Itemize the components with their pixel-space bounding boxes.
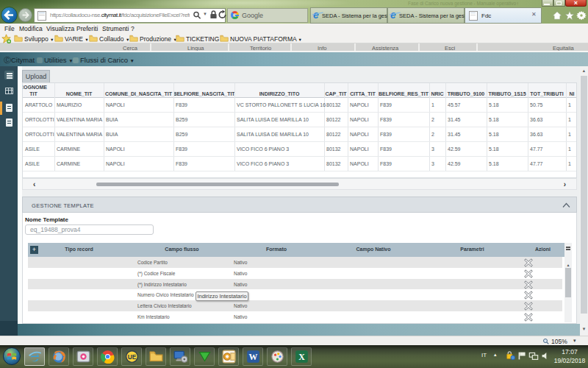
svg-text:W: W bbox=[248, 352, 257, 362]
svg-text:X: X bbox=[298, 352, 305, 362]
svg-text:UE: UE bbox=[127, 353, 136, 361]
